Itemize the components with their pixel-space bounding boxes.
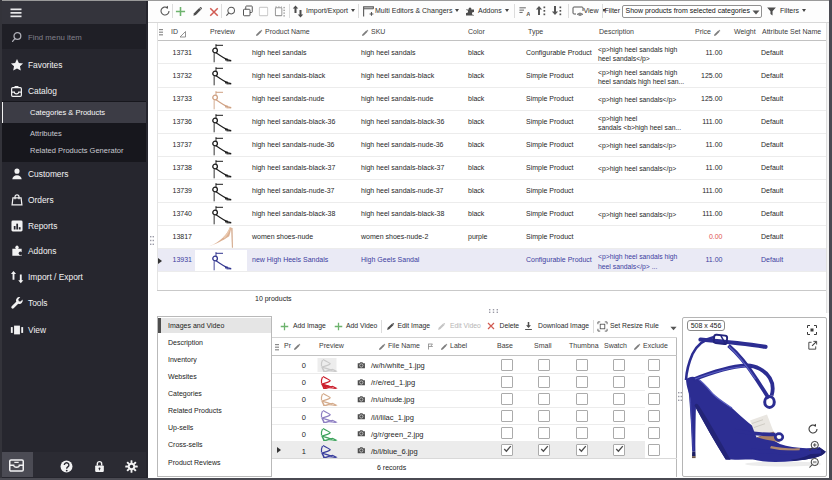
svg-text:A: A — [526, 11, 530, 17]
